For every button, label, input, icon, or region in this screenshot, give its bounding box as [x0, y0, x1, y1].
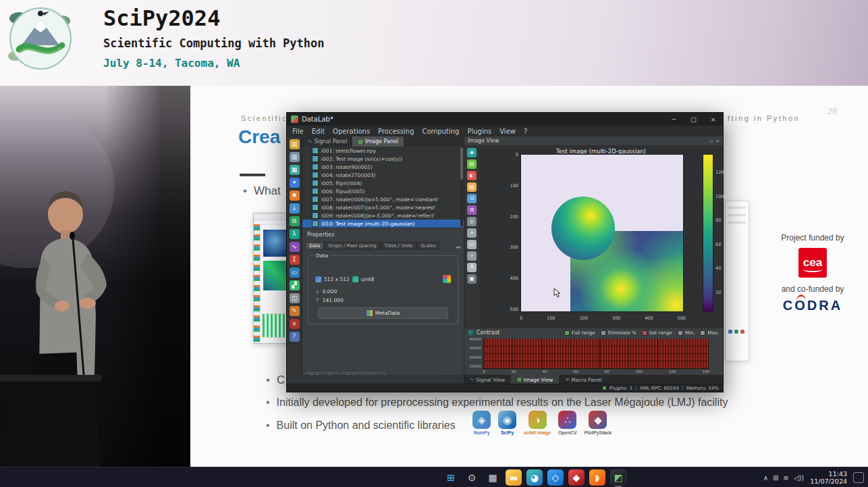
- snapshot-icon[interactable]: ▣: [467, 274, 477, 284]
- operations-lambda-icon[interactable]: λ: [290, 229, 300, 239]
- volume-icon[interactable]: ◁)): [794, 474, 805, 482]
- view-tab[interactable]: ≡ Macro Panel: [559, 375, 607, 384]
- view-tab[interactable]: ▦ Image View: [511, 375, 559, 384]
- library-logo-icon: ◑: [528, 411, 547, 429]
- edge-browser-icon[interactable]: ◕: [526, 469, 543, 486]
- rendered-image[interactable]: [521, 155, 683, 311]
- menu-item[interactable]: Processing: [374, 127, 418, 136]
- contrast-option[interactable]: Max.: [700, 330, 719, 336]
- view-panels-icon[interactable]: ◫: [290, 293, 300, 303]
- colormap-icon[interactable]: [443, 275, 451, 283]
- annotate-icon[interactable]: ✎: [290, 306, 300, 316]
- object-list-item[interactable]: i003: rotate90(i002): [302, 163, 464, 171]
- object-list-item[interactable]: i008: rotate(i007)|α=5.000°, mode='neare…: [302, 203, 464, 211]
- close-panel-icon[interactable]: ×: [715, 138, 720, 144]
- processing-icon[interactable]: ∿: [290, 242, 300, 252]
- contrast-option[interactable]: Set range: [642, 330, 672, 336]
- import-icon[interactable]: ↓: [290, 203, 300, 213]
- task-view-icon[interactable]: ▦: [485, 469, 501, 486]
- menu-item[interactable]: Edit: [308, 127, 329, 136]
- search-icon[interactable]: ⊙: [464, 469, 480, 486]
- spyder-icon[interactable]: ◆: [568, 469, 585, 486]
- menu-item[interactable]: Computing: [418, 127, 464, 136]
- save-icon[interactable]: ▥: [290, 152, 300, 162]
- analysis-sigma-icon[interactable]: Σ: [290, 255, 300, 265]
- wifi-icon[interactable]: ≋: [783, 474, 788, 482]
- stats-icon[interactable]: ▞: [290, 280, 300, 290]
- panel-tab[interactable]: ▦ Image Panel: [352, 136, 404, 147]
- properties-tab[interactable]: Scales: [417, 242, 440, 250]
- contrast-option[interactable]: Min.: [678, 330, 695, 336]
- scrollbar-thumb[interactable]: [460, 147, 463, 180]
- maximize-button[interactable]: □: [684, 113, 703, 126]
- taskbar-clock[interactable]: 11:43 11/07/2024: [810, 470, 847, 486]
- tick-label: 10000: [470, 364, 482, 368]
- metadata-button[interactable]: MetaData: [318, 307, 448, 319]
- contrast-histogram[interactable]: [483, 338, 709, 369]
- touch-keyboard-icon[interactable]: ⊞: [773, 474, 778, 482]
- pan-icon[interactable]: +: [467, 228, 477, 238]
- curve-marker-icon[interactable]: ◈: [467, 148, 477, 157]
- roi-icon[interactable]: ▭: [290, 267, 300, 278]
- float-panel-icon[interactable]: ▫: [709, 138, 713, 144]
- scroll-tabs-right-icon[interactable]: ▸: [458, 245, 461, 250]
- colorbar[interactable]: [703, 155, 713, 311]
- axes-icon[interactable]: ⊹: [467, 251, 477, 261]
- properties-label: Properties: [307, 232, 334, 238]
- notification-icon[interactable]: [853, 472, 864, 483]
- library-logo: ◉ SciPy: [498, 411, 516, 435]
- tick-label: 60: [574, 369, 578, 374]
- tick-label: 200: [579, 315, 587, 321]
- menu-item[interactable]: ?: [520, 127, 531, 136]
- properties-tab[interactable]: Titles / Units: [381, 242, 417, 250]
- properties-tab[interactable]: Origin / Pixel spacing: [324, 242, 380, 250]
- menu-item[interactable]: View: [495, 127, 520, 136]
- datalab-app-icon[interactable]: ◩: [610, 469, 626, 486]
- cross-section-x-icon[interactable]: ⊟: [467, 194, 477, 203]
- label-icon[interactable]: A: [467, 263, 477, 272]
- select-rect-icon[interactable]: ▭: [467, 240, 477, 249]
- menu-item[interactable]: Plugins: [463, 127, 495, 136]
- object-list-item[interactable]: i006: flipud(i005): [302, 187, 464, 195]
- help-icon[interactable]: ?: [290, 332, 300, 342]
- object-list-item[interactable]: i002: Test image (sin(x)+cos(y)): [302, 155, 464, 163]
- delete-icon[interactable]: ×: [290, 319, 300, 329]
- colormap-icon[interactable]: ▤: [467, 159, 477, 169]
- object-list-item[interactable]: i004: rotate270(i003): [302, 171, 464, 179]
- file-explorer-icon[interactable]: ▬: [506, 469, 522, 486]
- contrast-adjust-icon[interactable]: ◐: [467, 171, 477, 180]
- properties-tab[interactable]: Data: [305, 242, 324, 250]
- conference-subtitle: Scientific Computing with Python: [103, 36, 325, 50]
- max-arrow-icon: ↑: [315, 297, 320, 303]
- view-tab[interactable]: ∿ Signal View: [464, 375, 511, 384]
- vscode-icon[interactable]: ◇: [547, 469, 564, 486]
- menu-item[interactable]: File: [288, 127, 308, 136]
- object-list-item[interactable]: i010: Test image (multi-2D-gaussian): [302, 220, 464, 228]
- object-list-item[interactable]: i005: fliplr(i004): [302, 179, 464, 187]
- window-titlebar[interactable]: DataLab* ─ □ ×: [287, 113, 723, 126]
- aspect-ratio-icon[interactable]: ▦: [467, 182, 477, 192]
- duplicate-icon[interactable]: ⧉: [290, 216, 300, 226]
- firefox-icon[interactable]: ◗: [589, 469, 605, 486]
- object-list-item[interactable]: i001: tests\flower.npy: [302, 147, 464, 155]
- scroll-tabs-left-icon[interactable]: ◂: [456, 245, 458, 250]
- mouse-cursor: [553, 288, 561, 298]
- settings-gear-icon[interactable]: ✱: [290, 190, 300, 201]
- contrast-option[interactable]: Full range: [564, 330, 595, 336]
- cross-section-y-icon[interactable]: ⊞: [467, 205, 477, 215]
- menu-item[interactable]: Operations: [329, 127, 374, 136]
- zoom-icon[interactable]: ◎: [467, 217, 477, 226]
- plot-canvas[interactable]: Test image (multi-2D-gaussian) 010020030…: [479, 145, 723, 328]
- start-button[interactable]: ⊞: [443, 469, 459, 486]
- checkbox-icon: [678, 330, 683, 336]
- new-image-icon[interactable]: ✦: [290, 178, 300, 188]
- object-list-item[interactable]: i009: rotate(i008)|α=-5.000°, mode='refl…: [302, 211, 464, 220]
- object-list-item[interactable]: i007: rotate(i006)|α=5.000°, mode='const…: [302, 195, 464, 203]
- contrast-option[interactable]: Eliminate %: [601, 330, 636, 336]
- tray-expand-icon[interactable]: ∧: [763, 474, 768, 482]
- close-button[interactable]: ×: [703, 113, 723, 126]
- minimize-button[interactable]: ─: [664, 113, 684, 126]
- open-image-icon[interactable]: ▦: [290, 165, 300, 175]
- panel-tab[interactable]: ∿ Signal Panel: [302, 136, 352, 147]
- open-file-icon[interactable]: ▤: [290, 139, 300, 149]
